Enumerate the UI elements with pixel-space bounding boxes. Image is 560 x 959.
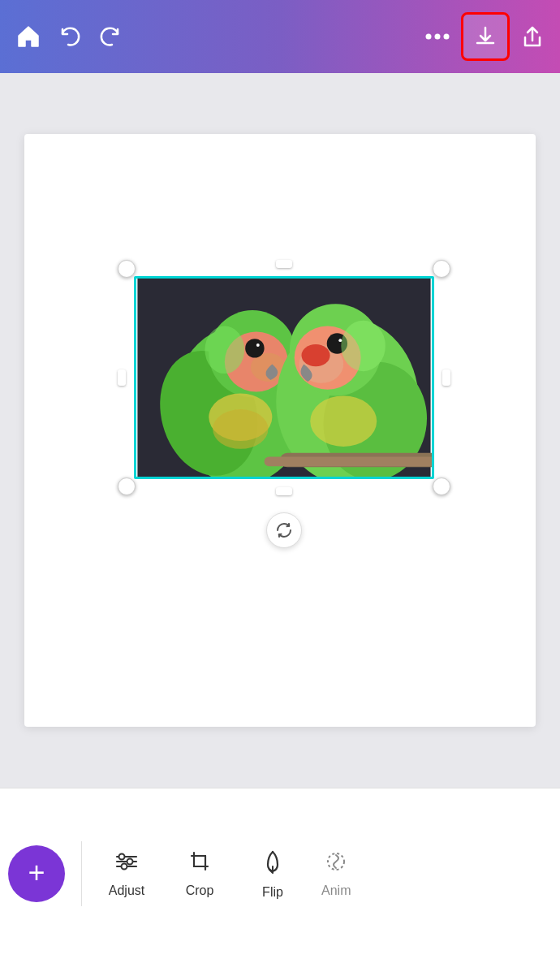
anim-icon	[325, 850, 347, 877]
bottom-toolbar: + Adjust	[0, 788, 560, 959]
svg-point-11	[256, 343, 260, 347]
crop-label: Crop	[186, 883, 214, 898]
crop-tool[interactable]: Crop	[163, 842, 236, 906]
svg-point-2	[444, 34, 450, 40]
svg-point-26	[213, 409, 268, 449]
svg-point-22	[341, 321, 386, 371]
image-crop-frame[interactable]	[134, 276, 434, 479]
svg-point-9	[245, 339, 264, 357]
handle-top-right[interactable]	[433, 260, 450, 278]
adjust-icon	[114, 850, 139, 877]
toolbar-divider	[81, 841, 82, 906]
header-right-controls	[425, 12, 544, 61]
handle-bottom-left[interactable]	[118, 477, 136, 495]
flip-tool[interactable]: Flip	[236, 840, 309, 908]
handle-top-left[interactable]	[118, 260, 136, 278]
header-left-controls	[16, 25, 122, 48]
svg-rect-34	[194, 856, 205, 866]
download-button[interactable]	[461, 12, 510, 61]
svg-point-1	[435, 34, 441, 40]
handle-right-mid[interactable]	[442, 369, 450, 386]
canvas-document[interactable]	[24, 134, 536, 727]
toolbar-items: Adjust Crop Flip	[90, 840, 552, 908]
handle-bottom-right[interactable]	[433, 477, 450, 495]
svg-point-12	[205, 326, 244, 374]
handle-left-mid[interactable]	[118, 369, 126, 386]
home-button[interactable]	[16, 25, 41, 48]
handle-bottom-mid[interactable]	[276, 487, 292, 495]
svg-point-0	[426, 34, 432, 40]
svg-point-18	[301, 344, 330, 366]
flip-label: Flip	[262, 885, 283, 900]
redo-button[interactable]	[99, 25, 122, 48]
anim-tool[interactable]: Anim	[309, 842, 355, 906]
more-button[interactable]	[425, 33, 450, 40]
add-button[interactable]: +	[8, 845, 65, 902]
svg-rect-24	[265, 457, 432, 467]
plus-icon: +	[28, 858, 45, 888]
canvas-area	[0, 73, 560, 788]
anim-label: Anim	[321, 883, 351, 898]
svg-point-27	[310, 395, 377, 446]
flip-icon	[261, 849, 284, 879]
share-button[interactable]	[521, 24, 544, 49]
adjust-tool[interactable]: Adjust	[90, 842, 163, 906]
svg-point-32	[127, 858, 133, 864]
undo-button[interactable]	[58, 25, 81, 48]
rotate-handle[interactable]	[266, 512, 302, 548]
crop-icon	[188, 850, 211, 877]
image-element[interactable]	[122, 264, 446, 491]
svg-point-33	[122, 863, 127, 869]
app-header	[0, 0, 560, 73]
svg-point-21	[338, 339, 342, 342]
adjust-label: Adjust	[109, 883, 144, 898]
svg-point-31	[119, 853, 125, 859]
handle-top-mid[interactable]	[276, 260, 292, 268]
